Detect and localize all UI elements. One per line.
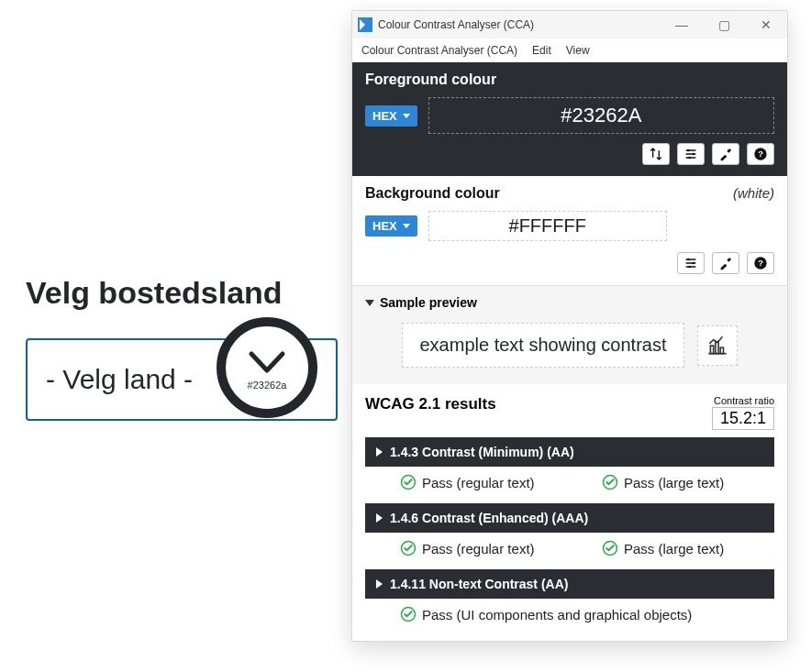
check-circle-icon — [602, 540, 618, 556]
triangle-right-icon — [376, 579, 383, 589]
background-value-input[interactable]: #FFFFFF — [428, 211, 667, 241]
menu-app[interactable]: Colour Contrast Analyser (CCA) — [361, 44, 517, 57]
criterion-1-4-6-results: Pass (regular text) Pass (large text) — [365, 533, 774, 564]
check-circle-icon — [602, 474, 618, 490]
criterion-1-4-11[interactable]: 1.4.11 Non-text Contrast (AA) — [365, 569, 774, 599]
background-format-label: HEX — [372, 219, 397, 233]
criterion-1-4-6[interactable]: 1.4.6 Contrast (Enhanced) (AAA) — [365, 503, 774, 533]
swap-icon — [649, 147, 663, 161]
triangle-right-icon — [376, 447, 383, 457]
titlebar: Colour Contrast Analyser (CCA) ― ▢ ✕ — [352, 11, 787, 39]
swap-button[interactable] — [642, 143, 670, 165]
window-title: Colour Contrast Analyser (CCA) — [378, 18, 661, 31]
sample-text: example text showing contrast — [402, 323, 683, 368]
eyedropper-icon — [718, 147, 733, 161]
check-circle-icon — [400, 540, 417, 556]
criterion-1-4-11-results: Pass (UI components and graphical object… — [365, 599, 774, 630]
svg-text:?: ? — [758, 259, 763, 268]
sample-preview-title: Sample preview — [380, 295, 477, 310]
cca-window: Colour Contrast Analyser (CCA) ― ▢ ✕ Col… — [351, 10, 788, 642]
svg-point-6 — [692, 262, 694, 265]
menu-view[interactable]: View — [566, 44, 590, 57]
criterion-1-4-11-title: 1.4.11 Non-text Contrast (AA) — [390, 577, 568, 591]
triangle-right-icon — [376, 513, 383, 523]
foreground-help-button[interactable]: ? — [747, 143, 774, 165]
svg-point-7 — [688, 266, 691, 269]
svg-text:?: ? — [758, 149, 763, 159]
sample-preview-section: Sample preview example text showing cont… — [352, 285, 787, 384]
background-format-select[interactable]: HEX — [365, 215, 417, 237]
background-panel: Background colour (white) HEX #FFFFFF ? — [352, 176, 787, 285]
foreground-panel: Foreground colour HEX #23262A ? — [352, 62, 787, 176]
foreground-value-input[interactable]: #23262A — [428, 97, 774, 134]
window-close-button[interactable]: ✕ — [745, 11, 787, 39]
magnifier-overlay: #23262a — [217, 317, 317, 418]
svg-point-2 — [688, 157, 691, 160]
window-minimize-button[interactable]: ― — [661, 11, 703, 39]
pass-large-text: Pass (large text) — [624, 541, 724, 556]
criterion-1-4-3-results: Pass (regular text) Pass (large text) — [365, 467, 774, 498]
pass-regular-text: Pass (regular text) — [422, 541, 535, 556]
results-section: WCAG 2.1 results Contrast ratio 15.2:1 1… — [352, 384, 787, 641]
svg-rect-11 — [715, 341, 717, 353]
svg-rect-10 — [710, 346, 713, 354]
chevron-down-icon — [244, 345, 290, 381]
foreground-format-label: HEX — [372, 109, 397, 123]
eyedropper-icon — [718, 256, 733, 270]
chart-icon — [705, 334, 729, 358]
foreground-title: Foreground colour — [365, 72, 774, 88]
criterion-1-4-6-title: 1.4.6 Contrast (Enhanced) (AAA) — [390, 511, 588, 525]
sample-chart-button[interactable] — [697, 325, 738, 366]
chevron-down-icon — [403, 114, 410, 118]
background-title: Background colour — [365, 185, 500, 202]
help-icon: ? — [753, 256, 768, 270]
window-maximize-button[interactable]: ▢ — [703, 11, 745, 39]
magnifier-hex-label: #23262a — [248, 380, 287, 391]
criterion-1-4-3-title: 1.4.3 Contrast (Minimum) (AA) — [390, 445, 574, 459]
foreground-eyedropper-button[interactable] — [712, 143, 739, 165]
menubar: Colour Contrast Analyser (CCA) Edit View — [352, 39, 787, 62]
background-sliders-button[interactable] — [677, 252, 705, 274]
background-help-button[interactable]: ? — [747, 252, 774, 274]
svg-point-5 — [687, 259, 690, 261]
pass-regular-text: Pass (regular text) — [422, 475, 535, 490]
svg-point-0 — [687, 149, 690, 152]
chevron-down-icon — [403, 224, 410, 228]
svg-rect-12 — [720, 347, 723, 354]
foreground-format-select[interactable]: HEX — [365, 105, 417, 127]
sample-preview-toggle[interactable]: Sample preview — [365, 295, 774, 310]
mock-select-placeholder: - Velg land - — [46, 364, 193, 395]
criterion-1-4-3[interactable]: 1.4.3 Contrast (Minimum) (AA) — [365, 437, 774, 467]
triangle-down-icon — [365, 300, 374, 306]
menu-edit[interactable]: Edit — [532, 44, 551, 57]
check-circle-icon — [400, 474, 417, 490]
pass-ui-components: Pass (UI components and graphical object… — [422, 607, 692, 622]
contrast-ratio-label: Contrast ratio — [712, 395, 774, 406]
mock-heading: Velg bostedsland — [26, 275, 338, 311]
help-icon: ? — [753, 147, 768, 161]
sliders-icon — [683, 256, 698, 270]
check-circle-icon — [400, 606, 417, 622]
sliders-icon — [683, 147, 698, 161]
pass-large-text: Pass (large text) — [624, 475, 724, 490]
background-hint: (white) — [733, 185, 774, 201]
svg-point-1 — [692, 153, 694, 156]
results-title: WCAG 2.1 results — [365, 395, 496, 413]
background-eyedropper-button[interactable] — [712, 252, 739, 274]
contrast-ratio-value: 15.2:1 — [712, 407, 774, 430]
app-icon — [358, 17, 372, 32]
sliders-button[interactable] — [677, 143, 705, 165]
